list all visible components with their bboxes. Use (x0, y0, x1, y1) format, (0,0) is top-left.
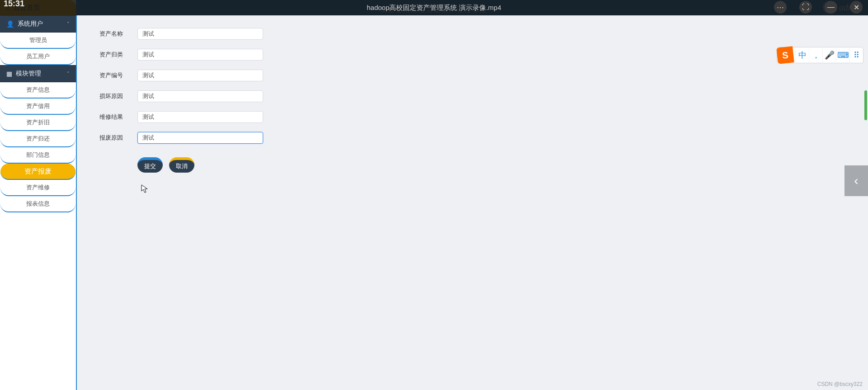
button-row: 提交 取消 (99, 157, 846, 173)
sidebar-item-asset-info[interactable]: 资产信息 (0, 82, 75, 99)
sidebar-item-label: 资产报废 (24, 167, 52, 176)
sidebar-item-asset-borrow[interactable]: 资产借用 (0, 99, 75, 115)
clock: 15:31 (4, 0, 24, 9)
close-icon[interactable]: ✕ (850, 1, 863, 14)
sidebar-item-staff[interactable]: 员工用户 (0, 49, 75, 65)
sidebar-item-label: 管理员 (29, 36, 47, 44)
sidebar-item-asset-scrap[interactable]: 资产报废 (0, 164, 75, 180)
label-asset-category: 资产归类 (99, 51, 131, 59)
form-row-repair-result: 维修结果 (99, 111, 846, 123)
sidebar-item-label: 员工用户 (26, 52, 50, 61)
input-repair-result[interactable] (137, 111, 263, 123)
sidebar-item-asset-depr[interactable]: 资产折旧 (0, 115, 75, 131)
video-title: hadoop高校固定资产管理系统 演示录像.mp4 (367, 4, 501, 12)
sidebar: ⌂ 后台首页 👤 系统用户 ˄ 管理员 员工用户 ▦ 模块管理 ˄ 资产信息 资… (0, 0, 77, 390)
sidebar-group1-label: 系统用户 (18, 20, 43, 28)
sidebar-group-system-user[interactable]: 👤 系统用户 ˄ (0, 15, 76, 33)
sidebar-group2-label: 模块管理 (16, 70, 41, 78)
input-asset-code[interactable] (137, 70, 263, 81)
sidebar-item-label: 资产归还 (26, 135, 50, 143)
form-row-asset-code: 资产编号 (99, 70, 846, 81)
sidebar-item-label: 资产借用 (26, 102, 50, 110)
minimize-icon[interactable]: — (825, 1, 837, 14)
sidebar-item-asset-return[interactable]: 资产归还 (0, 131, 75, 147)
video-topbar: 15:31 hadoop高校固定资产管理系统 演示录像.mp4 ⋯ ⛶ — ✕ (0, 0, 868, 15)
chevron-up-icon: ˄ (67, 71, 70, 77)
input-scrap-reason[interactable] (137, 132, 263, 144)
form-row-asset-name: 资产名称 (99, 28, 846, 40)
form-row-scrap-reason: 报废原因 (99, 132, 846, 144)
sidebar-item-dept-info[interactable]: 部门信息 (0, 147, 75, 164)
form-row-damage-reason: 损坏原因 (99, 90, 846, 102)
input-damage-reason[interactable] (137, 90, 263, 102)
sidebar-item-admin[interactable]: 管理员 (0, 33, 75, 49)
sidebar-item-label: 资产信息 (26, 86, 50, 94)
label-repair-result: 维修结果 (99, 113, 131, 121)
sidebar-item-label: 部门信息 (26, 151, 50, 159)
label-damage-reason: 损坏原因 (99, 92, 131, 100)
label-asset-name: 资产名称 (99, 30, 131, 38)
label-scrap-reason: 报废原因 (99, 134, 131, 142)
chevron-up-icon: ˄ (67, 21, 70, 27)
sidebar-item-asset-repair[interactable]: 资产维修 (0, 180, 75, 196)
grid-icon: ▦ (6, 70, 12, 77)
ime-keyboard-icon[interactable]: ⌨ (836, 47, 849, 63)
sidebar-group-module[interactable]: ▦ 模块管理 ˄ (0, 65, 76, 82)
sidebar-item-label: 资产折旧 (26, 118, 50, 127)
right-scroll-indicator[interactable] (864, 90, 867, 120)
sidebar-item-label: 资产维修 (26, 183, 50, 192)
form-row-asset-category: 资产归类 (99, 49, 846, 61)
sogou-logo-icon[interactable]: S (776, 46, 794, 64)
sidebar-item-report-info[interactable]: 报表信息 (0, 196, 75, 212)
collapse-handle[interactable]: ‹ (844, 165, 868, 196)
cancel-button[interactable]: 取消 (169, 157, 194, 173)
ime-punct[interactable]: ， (809, 47, 822, 63)
submit-button[interactable]: 提交 (137, 157, 163, 173)
fullscreen-icon[interactable]: ⛶ (799, 1, 812, 14)
ime-lang[interactable]: 中 (795, 47, 809, 63)
sidebar-item-label: 报表信息 (26, 200, 50, 208)
user-icon: 👤 (6, 20, 14, 28)
ime-grid-icon[interactable]: ⠿ (849, 47, 863, 63)
input-asset-category[interactable] (137, 49, 263, 61)
more-icon[interactable]: ⋯ (774, 1, 787, 14)
label-asset-code: 资产编号 (99, 71, 131, 80)
ime-toolbar[interactable]: S 中 ， 🎤 ⌨ ⠿ (777, 47, 863, 63)
ime-mic-icon[interactable]: 🎤 (822, 47, 836, 63)
input-asset-name[interactable] (137, 28, 263, 40)
main-content: 资产名称 资产归类 资产编号 损坏原因 维修结果 报废原因 提交 取消 (78, 15, 868, 390)
watermark: CSDN @bscxy322 (817, 381, 863, 387)
